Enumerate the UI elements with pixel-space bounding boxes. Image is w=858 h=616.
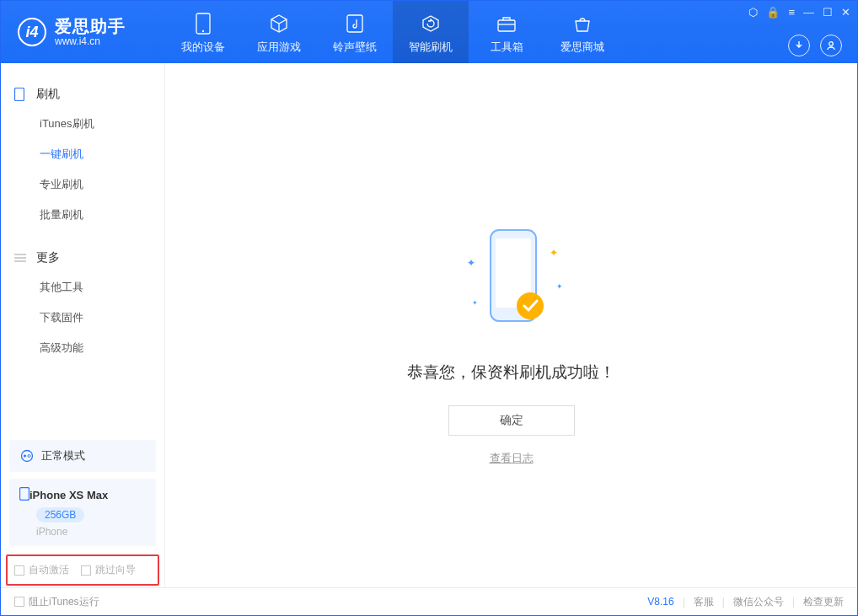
tab-my-device[interactable]: 我的设备 — [165, 1, 241, 63]
svg-point-5 — [829, 42, 834, 46]
device-icon — [196, 13, 211, 35]
checkbox-block-itunes[interactable]: 阻止iTunes运行 — [14, 595, 99, 609]
ok-button[interactable]: 确定 — [448, 405, 575, 436]
svg-point-11 — [24, 455, 26, 458]
svg-rect-6 — [15, 88, 24, 101]
close-button[interactable]: ✕ — [841, 6, 850, 19]
footer-link-update[interactable]: 检查更新 — [803, 595, 844, 609]
tab-store[interactable]: 爱思商城 — [544, 1, 620, 63]
device-icon — [19, 487, 29, 503]
sidebar-group-more: 更多 — [1, 244, 164, 272]
sidebar-item-itunes-flash[interactable]: iTunes刷机 — [1, 109, 164, 139]
logo-block: i4 爱思助手 www.i4.cn — [1, 1, 165, 63]
tab-ringtones[interactable]: 铃声壁纸 — [317, 1, 393, 63]
user-icon[interactable] — [820, 35, 842, 56]
sidebar-item-advanced[interactable]: 高级功能 — [1, 333, 164, 363]
sidebar-item-other-tools[interactable]: 其他工具 — [1, 272, 164, 303]
sidebar-item-download-firmware[interactable]: 下载固件 — [1, 303, 164, 333]
lock-icon[interactable]: 🔒 — [766, 6, 780, 19]
sidebar-item-oneclick-flash[interactable]: 一键刷机 — [1, 139, 164, 169]
device-info-card[interactable]: iPhone XS Max 256GB iPhone — [9, 479, 156, 546]
device-mode-card[interactable]: 正常模式 — [9, 440, 156, 472]
footer: 阻止iTunes运行 V8.16 | 客服 | 微信公众号 | 检查更新 — [1, 587, 857, 615]
tab-toolbox[interactable]: 工具箱 — [469, 1, 544, 63]
download-icon[interactable] — [788, 35, 810, 56]
sidebar-group-flash: 刷机 — [1, 80, 164, 109]
list-icon — [14, 253, 28, 263]
version-label: V8.16 — [647, 596, 673, 608]
svg-rect-13 — [20, 488, 29, 501]
shirt-icon[interactable]: ⬡ — [748, 6, 758, 19]
footer-link-wechat[interactable]: 微信公众号 — [733, 595, 784, 609]
device-type: iPhone — [36, 526, 146, 538]
refresh-icon — [421, 13, 441, 35]
svg-rect-2 — [347, 15, 362, 32]
success-illustration: ✦ ✦ ✦ ✦ — [465, 223, 558, 341]
nav-tabs: 我的设备 应用游戏 铃声壁纸 智能刷机 工具箱 爱思商城 — [165, 1, 620, 63]
toolbox-icon — [496, 13, 517, 35]
brand-name: 爱思助手 — [55, 17, 126, 36]
svg-point-12 — [28, 455, 30, 458]
window-controls: ⬡ 🔒 ≡ — ☐ ✕ — [748, 6, 850, 19]
brand-site: www.i4.cn — [55, 36, 126, 48]
tab-smart-flash[interactable]: 智能刷机 — [393, 1, 469, 63]
checkbox-auto-activate[interactable]: 自动激活 — [14, 563, 69, 577]
success-message: 恭喜您，保资料刷机成功啦！ — [407, 362, 615, 383]
header-right-icons — [788, 35, 842, 56]
view-log-link[interactable]: 查看日志 — [490, 451, 534, 466]
footer-link-support[interactable]: 客服 — [694, 595, 714, 609]
device-name: iPhone XS Max — [29, 489, 108, 501]
store-icon — [572, 13, 593, 35]
sidebar-item-pro-flash[interactable]: 专业刷机 — [1, 169, 164, 200]
storage-badge: 256GB — [36, 507, 84, 522]
phone-icon — [14, 88, 28, 101]
main-content: ✦ ✦ ✦ ✦ 恭喜您，保资料刷机成功啦！ 确定 查看日志 — [165, 63, 857, 587]
music-icon — [346, 13, 364, 35]
header: i4 爱思助手 www.i4.cn 我的设备 应用游戏 铃声壁纸 智能刷机 工具… — [1, 1, 857, 63]
sidebar-item-batch-flash[interactable]: 批量刷机 — [1, 200, 164, 230]
device-mode-label: 正常模式 — [41, 448, 85, 463]
cube-icon — [269, 13, 289, 35]
svg-point-1 — [202, 30, 204, 32]
svg-point-10 — [22, 451, 33, 462]
device-panel: 正常模式 iPhone XS Max 256GB iPhone — [1, 440, 164, 554]
highlighted-checkbox-row: 自动激活 跳过向导 — [6, 554, 159, 586]
menu-icon[interactable]: ≡ — [788, 6, 795, 19]
checkbox-skip-guide[interactable]: 跳过向导 — [81, 563, 136, 577]
sidebar: 刷机 iTunes刷机 一键刷机 专业刷机 批量刷机 更多 其他工具 下载固件 … — [1, 63, 165, 587]
svg-rect-3 — [498, 20, 515, 31]
mode-icon — [19, 448, 35, 463]
svg-point-16 — [517, 292, 544, 319]
maximize-button[interactable]: ☐ — [823, 6, 833, 19]
minimize-button[interactable]: — — [803, 6, 814, 19]
logo-icon: i4 — [18, 18, 46, 46]
tab-apps-games[interactable]: 应用游戏 — [241, 1, 317, 63]
